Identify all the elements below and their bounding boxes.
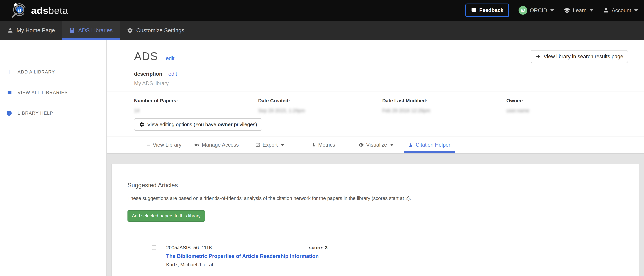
tab-label: Metrics bbox=[318, 142, 335, 148]
article-title-link[interactable]: The Bibliometric Properties of Article R… bbox=[166, 253, 328, 259]
list-icon bbox=[6, 90, 12, 96]
view-library-in-search-button[interactable]: View library in search results page bbox=[531, 50, 628, 63]
tab-manage-access[interactable]: Manage Access bbox=[190, 136, 243, 153]
view-library-in-search-label: View library in search results page bbox=[544, 54, 623, 60]
article-checkbox[interactable] bbox=[152, 245, 156, 250]
graduation-cap-icon bbox=[564, 7, 570, 14]
bar-chart-icon bbox=[311, 142, 316, 148]
tab-label: Visualize bbox=[366, 142, 387, 148]
sidebar-item-add-a-library[interactable]: ADD A LIBRARY bbox=[0, 62, 106, 82]
info-icon bbox=[6, 110, 12, 116]
user-icon bbox=[603, 7, 609, 14]
nav-label: ADS Libraries bbox=[78, 27, 112, 34]
ads-magnifier-icon: a bbox=[11, 2, 26, 18]
meta-label: Number of Papers: bbox=[134, 98, 258, 104]
library-title: ADS bbox=[134, 50, 158, 63]
description-label: description bbox=[134, 71, 162, 77]
add-selected-papers-button[interactable]: Add selected papers to this library bbox=[128, 210, 205, 222]
tab-view-library[interactable]: View Library bbox=[137, 136, 190, 153]
tab-label: View Library bbox=[153, 142, 181, 148]
chevron-down-icon bbox=[390, 144, 394, 146]
tab-citation-helper[interactable]: Citation Helper bbox=[403, 136, 456, 153]
suggested-article-row: 2005JASIS..56..111K score: 3 The Bibliom… bbox=[128, 245, 632, 268]
meta-number-of-papers: Number of Papers: 14 bbox=[134, 98, 258, 114]
export-icon bbox=[255, 142, 260, 148]
article-score: score: 3 bbox=[309, 245, 328, 250]
eye-icon bbox=[358, 142, 364, 148]
nav-item-customize-settings[interactable]: Customize Settings bbox=[120, 20, 191, 40]
meta-label: Date Last Modified: bbox=[382, 98, 506, 104]
nav-label: My Home Page bbox=[16, 27, 55, 34]
plus-icon bbox=[6, 69, 12, 75]
sidebar-item-library-help[interactable]: LIBRARY HELP bbox=[0, 103, 106, 124]
nav-item-ads-libraries[interactable]: ADS Libraries bbox=[62, 20, 120, 40]
feedback-label: Feedback bbox=[479, 7, 503, 13]
meta-date-last-modified: Date Last Modified: Feb 29 2016 12:29pm bbox=[382, 98, 506, 114]
view-editing-options-button[interactable]: View editing options (You have owner pri… bbox=[134, 118, 262, 131]
editing-options-label: View editing options (You have owner pri… bbox=[147, 122, 257, 127]
learn-label: Learn bbox=[573, 7, 587, 14]
chat-bubble-icon bbox=[471, 8, 476, 13]
feedback-button[interactable]: Feedback bbox=[465, 4, 509, 17]
account-menu[interactable]: Account bbox=[603, 7, 638, 14]
brand-wordmark: adsbeta bbox=[31, 5, 68, 16]
tab-export[interactable]: Export bbox=[243, 136, 296, 153]
suggested-articles-description: These suggestions are based on a 'friend… bbox=[128, 196, 632, 201]
key-icon bbox=[194, 142, 200, 148]
tab-label: Citation Helper bbox=[416, 142, 450, 148]
flask-icon bbox=[408, 142, 413, 148]
tab-label: Export bbox=[262, 142, 278, 148]
suggested-articles-heading: Suggested Articles bbox=[128, 182, 632, 189]
article-authors: Kurtz, Michael J. et al. bbox=[166, 262, 328, 268]
library-sidebar: ADD A LIBRARY VIEW ALL LIBRARIES LIBRARY… bbox=[0, 40, 107, 276]
arrow-right-icon bbox=[536, 54, 541, 59]
edit-title-link[interactable]: edit bbox=[166, 55, 174, 62]
chevron-down-icon bbox=[281, 144, 284, 146]
sidebar-item-view-all-libraries[interactable]: VIEW ALL LIBRARIES bbox=[0, 82, 106, 103]
gear-icon bbox=[139, 122, 144, 127]
book-icon bbox=[69, 27, 75, 34]
chevron-down-icon bbox=[550, 9, 554, 12]
meta-owner: Owner: user.name bbox=[506, 98, 630, 114]
learn-menu[interactable]: Learn bbox=[564, 7, 594, 14]
library-metadata: Number of Papers: 14 Date Created: Sep 2… bbox=[107, 92, 644, 114]
suggested-articles-card: Suggested Articles These suggestions are… bbox=[112, 164, 639, 276]
article-bibcode: 2005JASIS..56..111K bbox=[166, 245, 309, 250]
chevron-down-icon bbox=[590, 9, 593, 12]
account-label: Account bbox=[612, 7, 631, 14]
nav-label: Customize Settings bbox=[136, 27, 184, 34]
list-icon bbox=[145, 142, 150, 148]
sidebar-item-label: LIBRARY HELP bbox=[18, 111, 53, 116]
meta-value-blurred: Sep 29 2015, 1:29pm bbox=[258, 108, 382, 114]
tab-label: Manage Access bbox=[202, 142, 239, 148]
user-icon bbox=[7, 27, 14, 34]
gear-icon bbox=[127, 27, 133, 34]
orcid-menu[interactable]: iD ORCID bbox=[518, 6, 554, 15]
edit-description-link[interactable]: edit bbox=[168, 71, 177, 77]
library-tab-bar: View Library Manage Access Export Metr bbox=[107, 136, 644, 153]
orcid-label: ORCID bbox=[530, 7, 547, 14]
meta-value-blurred: user.name bbox=[506, 108, 630, 114]
meta-value-blurred: 14 bbox=[134, 108, 140, 114]
chevron-down-icon bbox=[634, 9, 638, 12]
meta-value-blurred: Feb 29 2016 12:29pm bbox=[382, 108, 506, 114]
sidebar-item-label: ADD A LIBRARY bbox=[18, 70, 55, 75]
tab-visualize[interactable]: Visualize bbox=[350, 136, 403, 153]
sidebar-item-label: VIEW ALL LIBRARIES bbox=[18, 90, 68, 95]
library-main-panel: View library in search results page ADS … bbox=[107, 40, 644, 276]
main-nav: My Home Page ADS Libraries Customize Set… bbox=[0, 20, 644, 40]
meta-label: Owner: bbox=[506, 98, 630, 104]
library-description: My ADS library bbox=[134, 80, 644, 86]
svg-text:a: a bbox=[18, 6, 21, 13]
meta-date-created: Date Created: Sep 29 2015, 1:29pm bbox=[258, 98, 382, 114]
library-header: ADS edit description edit My ADS library bbox=[107, 40, 644, 86]
meta-label: Date Created: bbox=[258, 98, 382, 104]
nav-item-my-home-page[interactable]: My Home Page bbox=[0, 20, 62, 40]
citation-helper-panel: Suggested Articles These suggestions are… bbox=[107, 153, 644, 276]
top-navbar: a adsbeta Feedback iD ORCID Learn bbox=[0, 0, 644, 20]
orcid-icon: iD bbox=[518, 6, 527, 15]
ads-logo[interactable]: a adsbeta bbox=[11, 2, 68, 18]
tab-metrics[interactable]: Metrics bbox=[296, 136, 350, 153]
